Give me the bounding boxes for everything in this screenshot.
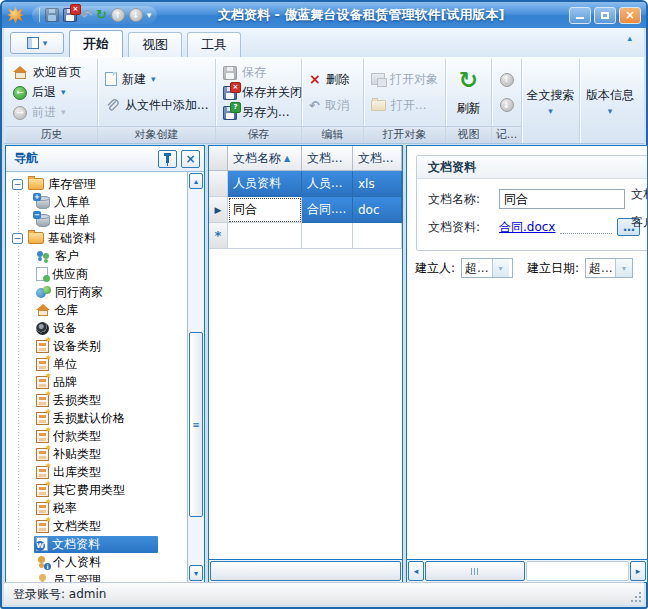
collapse-toggle[interactable]: − bbox=[12, 179, 23, 190]
refresh-icon[interactable]: ↻ bbox=[459, 68, 478, 92]
table-row-new[interactable]: * bbox=[209, 223, 402, 249]
tab-tools[interactable]: 工具 bbox=[187, 32, 241, 57]
back-button[interactable]: ← 后退 ▾ bbox=[13, 84, 90, 101]
save-icon[interactable] bbox=[45, 8, 59, 22]
sidebar-item-outbound-type[interactable]: ★出库类型 bbox=[6, 463, 204, 481]
sidebar-item-unit[interactable]: ★单位 bbox=[6, 355, 204, 373]
open-button[interactable]: 打开... bbox=[371, 97, 438, 114]
sidebar-item-base-data[interactable]: − 基础资料 bbox=[6, 229, 204, 247]
table-row[interactable]: ▶ 同合 合同.... doc bbox=[209, 197, 402, 223]
column-header-doc-file[interactable]: 文档... bbox=[302, 146, 353, 171]
scroll-track[interactable] bbox=[526, 561, 629, 581]
doc-name-input[interactable] bbox=[499, 189, 625, 209]
sidebar-item-outbound-order[interactable]: −出库单 bbox=[6, 211, 204, 229]
save-button[interactable]: 保存 bbox=[223, 64, 294, 81]
close-panel-button[interactable]: × bbox=[181, 150, 200, 168]
save-and-close-icon[interactable]: × bbox=[63, 8, 77, 22]
title-bar[interactable]: × ↶ ↻ ↑ ↓ ▾ 文档资料 - 傲蓝舞台设备租赁管理软件[试用版本] × bbox=[2, 2, 646, 28]
scroll-right-button[interactable]: ▸ bbox=[630, 561, 646, 581]
scroll-thumb[interactable] bbox=[425, 561, 525, 581]
navigation-tree: − 库存管理 +入库单 −出库单 − 基础资料 客户 供应商 同行商家 bbox=[6, 172, 204, 582]
customers-icon bbox=[36, 250, 51, 263]
detail-horizontal-scrollbar[interactable]: ◂ ▸ bbox=[407, 559, 647, 582]
sidebar-item-tax-rate[interactable]: ★税率 bbox=[6, 499, 204, 517]
sidebar-item-inventory-mgmt[interactable]: − 库存管理 bbox=[6, 175, 204, 193]
sidebar-item-loss-type[interactable]: ★丢损类型 bbox=[6, 391, 204, 409]
sidebar-item-equipment-category[interactable]: ★设备类别 bbox=[6, 337, 204, 355]
cell-doc-file[interactable]: 合同.... bbox=[302, 197, 353, 223]
cell-doc-name[interactable]: 人员资料 bbox=[228, 171, 302, 197]
new-row-selector[interactable]: * bbox=[209, 223, 228, 249]
sidebar-item-customer[interactable]: 客户 bbox=[6, 247, 204, 265]
save-as-button[interactable]: ? 另存为... bbox=[223, 104, 294, 121]
cell-empty[interactable] bbox=[228, 223, 302, 249]
minimize-button[interactable] bbox=[569, 7, 591, 24]
sidebar-item-other-fee-type[interactable]: ★其它费用类型 bbox=[6, 481, 204, 499]
fulltext-search-button[interactable]: 全文搜索 ▾ bbox=[522, 59, 579, 143]
new-button[interactable]: 新建 ▾ bbox=[105, 71, 208, 88]
undo-icon[interactable]: ↶ bbox=[81, 8, 92, 22]
row-selector-current[interactable]: ▶ bbox=[209, 197, 228, 223]
sidebar-item-employee-mgmt[interactable]: 员工管理 bbox=[6, 571, 204, 582]
chevron-down-icon[interactable]: ▾ bbox=[492, 259, 509, 277]
delete-button[interactable]: × 删除 bbox=[309, 71, 356, 88]
group-caption-open-object: 打开对象 bbox=[364, 126, 445, 143]
chevron-down-icon[interactable]: ▾ bbox=[615, 259, 632, 277]
redo-icon[interactable]: ↻ bbox=[96, 8, 107, 22]
cell-doc-file[interactable]: 人员... bbox=[302, 171, 353, 197]
creator-combobox[interactable]: 超... ▾ bbox=[461, 258, 513, 278]
group-caption-object-create: 对象创建 bbox=[98, 126, 215, 143]
forward-button[interactable]: → 前进 ▾ bbox=[13, 104, 90, 121]
down-record-icon[interactable]: ↓ bbox=[129, 8, 143, 22]
open-object-button[interactable]: 打开对象 bbox=[371, 71, 438, 88]
doc-file-link[interactable]: 合同.docx bbox=[499, 219, 555, 236]
add-from-file-button[interactable]: 从文件中添加... bbox=[105, 97, 208, 114]
qat-customize-chevron-icon[interactable]: ▾ bbox=[147, 10, 152, 20]
ribbon-collapse-chevron-icon[interactable]: ▴ bbox=[627, 34, 632, 43]
version-info-button[interactable]: 版本信息 ▾ bbox=[580, 59, 640, 143]
column-header-doc-name[interactable]: 文档名称 ▲ bbox=[228, 146, 302, 171]
scroll-left-button[interactable]: ◂ bbox=[408, 561, 424, 581]
sidebar-item-document-data[interactable]: 文档资料 bbox=[6, 535, 204, 553]
sidebar-item-loss-default-price[interactable]: ★丢损默认价格 bbox=[6, 409, 204, 427]
sidebar-item-subsidy-type[interactable]: ★补贴类型 bbox=[6, 445, 204, 463]
sidebar-item-peer-merchants[interactable]: 同行商家 bbox=[6, 283, 204, 301]
resize-grip-icon[interactable] bbox=[629, 590, 641, 602]
collapse-toggle[interactable]: − bbox=[12, 233, 23, 244]
sidebar-item-personal-data[interactable]: 个人资料 bbox=[6, 553, 204, 571]
pin-panel-button[interactable] bbox=[158, 150, 177, 168]
sidebar-item-equipment[interactable]: 设备 bbox=[6, 319, 204, 337]
tab-home[interactable]: 开始 bbox=[69, 30, 123, 57]
cell-empty[interactable] bbox=[353, 223, 402, 249]
cell-doc-ext[interactable]: xls bbox=[353, 171, 402, 197]
record-up-icon[interactable]: ↑ bbox=[500, 73, 514, 87]
sidebar-item-document-type[interactable]: ★文档类型 bbox=[6, 517, 204, 535]
row-selector[interactable] bbox=[209, 171, 228, 197]
question-badge-icon: ? bbox=[230, 102, 241, 113]
create-date-combobox[interactable]: 超... ▾ bbox=[585, 258, 633, 278]
welcome-home-button[interactable]: 欢迎首页 bbox=[13, 64, 90, 81]
sidebar-item-warehouse[interactable]: 仓库 bbox=[6, 301, 204, 319]
cancel-button[interactable]: ↶ 取消 bbox=[309, 97, 356, 114]
sidebar-item-payment-type[interactable]: ★付款类型 bbox=[6, 427, 204, 445]
save-and-close-button[interactable]: × 保存并关闭 bbox=[223, 84, 294, 101]
application-menu-button[interactable]: ▾ bbox=[10, 32, 64, 54]
grid-horizontal-scrollbar[interactable] bbox=[209, 559, 402, 582]
sidebar-item-brand[interactable]: ★品牌 bbox=[6, 373, 204, 391]
cell-empty[interactable] bbox=[302, 223, 353, 249]
folder-icon bbox=[28, 232, 44, 244]
refresh-label[interactable]: 刷新 bbox=[457, 100, 481, 117]
record-down-icon[interactable]: ↓ bbox=[500, 98, 514, 112]
cell-doc-name[interactable]: 同合 bbox=[228, 197, 302, 223]
column-header-doc-ext[interactable]: 文档... bbox=[353, 146, 402, 171]
sidebar-item-supplier[interactable]: 供应商 bbox=[6, 265, 204, 283]
sidebar-item-inbound-order[interactable]: +入库单 bbox=[6, 193, 204, 211]
grid-corner-cell[interactable] bbox=[209, 146, 228, 171]
table-row[interactable]: 人员资料 人员... xls bbox=[209, 171, 402, 197]
maximize-button[interactable] bbox=[594, 7, 616, 24]
scroll-thumb[interactable] bbox=[210, 561, 401, 581]
up-record-icon[interactable]: ↑ bbox=[111, 8, 125, 22]
close-button[interactable]: × bbox=[619, 7, 641, 24]
tab-view[interactable]: 视图 bbox=[128, 32, 182, 57]
cell-doc-ext[interactable]: doc bbox=[353, 197, 402, 223]
